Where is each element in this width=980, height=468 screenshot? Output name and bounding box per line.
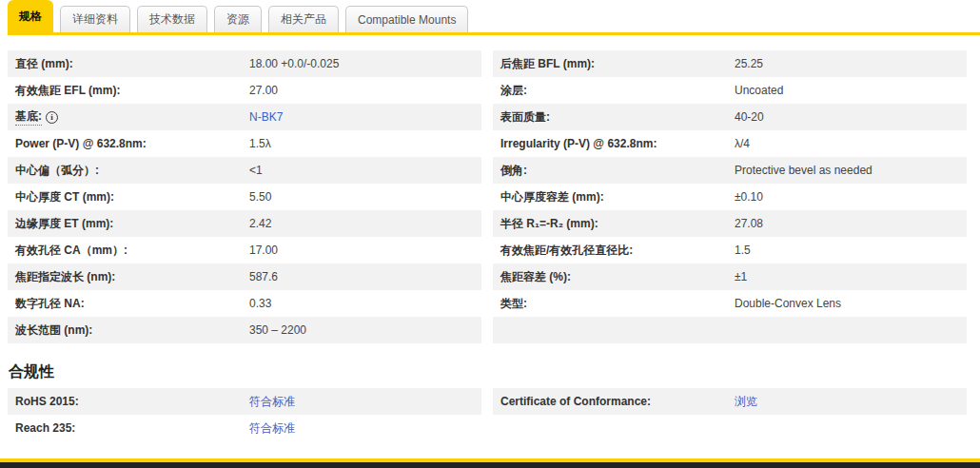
spec-value: <1 (249, 164, 481, 177)
spec-label: 边缘厚度 ET (mm): (8, 216, 249, 232)
compliance-left-column: RoHS 2015:符合标准Reach 235:符合标准 (8, 388, 481, 441)
spec-value: 符合标准 (249, 394, 481, 410)
tab-item-3[interactable]: 资源 (214, 6, 262, 32)
compliance-section-title: 合规性 (9, 362, 980, 382)
page-footer-edge (0, 458, 980, 468)
spec-value: 2.42 (249, 217, 481, 230)
footer-dark-bar (0, 462, 980, 468)
tab-item-1[interactable]: 详细资料 (60, 6, 130, 32)
spec-value: 1.5 (735, 244, 967, 257)
spec-label: RoHS 2015: (8, 395, 249, 408)
tab-specifications[interactable]: 规格 (8, 0, 53, 32)
tab-item-2[interactable]: 技术数据 (137, 6, 207, 32)
spec-value: 27.08 (735, 217, 967, 230)
spec-value: 0.33 (249, 297, 481, 310)
spec-label: 表面质量: (493, 109, 735, 126)
spec-row: 类型:Double-Convex Lens (493, 290, 967, 317)
spec-value: 40-20 (735, 110, 967, 124)
spec-row: 有效孔径 CA（mm）:17.00 (8, 237, 481, 263)
spec-label: 半径 R₁=-R₂ (mm): (493, 216, 735, 232)
spec-value: 17.00 (249, 244, 481, 257)
spec-label: 焦距指定波长 (nm): (8, 269, 249, 285)
spec-value: ±1 (735, 270, 967, 283)
spec-table: 直径 (mm):18.00 +0.0/-0.025有效焦距 EFL (mm):2… (8, 50, 967, 343)
spec-row: Power (P-V) @ 632.8nm:1.5λ (8, 130, 481, 157)
spec-row: 边缘厚度 ET (mm):2.42 (8, 210, 481, 237)
spec-row: RoHS 2015:符合标准 (8, 388, 481, 415)
spec-row: Certificate of Conformance:浏览 (493, 388, 967, 415)
spec-row: 中心厚度容差 (mm):±0.10 (493, 184, 967, 210)
spec-value-link[interactable]: N-BK7 (249, 110, 283, 124)
spec-label: 倒角: (493, 163, 735, 179)
spec-value-link[interactable]: 符合标准 (249, 421, 295, 435)
spec-label: 中心厚度 CT (mm): (8, 189, 249, 205)
spec-value-link[interactable]: 浏览 (735, 395, 757, 408)
spec-label: 中心偏（弧分）: (8, 163, 249, 179)
spec-label: 基底:i (8, 108, 249, 126)
spec-row: 后焦距 BFL (mm):25.25 (493, 50, 967, 77)
spec-value: Uncoated (735, 84, 967, 97)
spec-table-left-column: 直径 (mm):18.00 +0.0/-0.025有效焦距 EFL (mm):2… (8, 50, 481, 343)
spec-row: 焦距指定波长 (nm):587.6 (8, 263, 481, 290)
tab-item-4[interactable]: 相关产品 (268, 6, 339, 32)
spec-label: 有效焦距/有效孔径直径比: (493, 243, 735, 259)
spec-label: Irregularity (P-V) @ 632.8nm: (493, 137, 735, 150)
spec-label: 有效孔径 CA（mm）: (8, 243, 249, 259)
spec-value: Double-Convex Lens (735, 297, 967, 310)
spec-row: 表面质量:40-20 (493, 104, 967, 130)
spec-value: ±0.10 (735, 190, 967, 204)
spec-row: 有效焦距/有效孔径直径比:1.5 (493, 237, 967, 263)
spec-row: 中心厚度 CT (mm):5.50 (8, 184, 481, 210)
spec-value-link[interactable]: 符合标准 (249, 395, 295, 408)
spec-row: 涂层:Uncoated (493, 77, 967, 104)
spec-row: 数字孔径 NA:0.33 (8, 290, 481, 317)
spec-value: 1.5λ (249, 137, 481, 150)
spec-value: 18.00 +0.0/-0.025 (249, 57, 481, 70)
spec-value: 符合标准 (249, 420, 481, 437)
spec-label: 焦距容差 (%): (493, 269, 735, 285)
spec-value: N-BK7 (249, 110, 481, 124)
info-icon[interactable]: i (46, 111, 58, 124)
spec-row (493, 317, 967, 343)
spec-label: Certificate of Conformance: (493, 395, 735, 408)
spec-value: 587.6 (249, 270, 481, 283)
spec-row: Reach 235:符合标准 (8, 415, 481, 441)
spec-row: 焦距容差 (%):±1 (493, 263, 967, 290)
spec-label: 直径 (mm): (8, 56, 249, 72)
spec-value: 27.00 (249, 84, 481, 97)
spec-table-right-column: 后焦距 BFL (mm):25.25涂层:Uncoated表面质量:40-20I… (493, 50, 967, 343)
spec-label: 涂层: (493, 83, 735, 99)
spec-row: 直径 (mm):18.00 +0.0/-0.025 (8, 50, 481, 77)
spec-row (493, 415, 967, 441)
spec-label: Power (P-V) @ 632.8nm: (8, 137, 249, 150)
tab-item-5[interactable]: Compatible Mounts (345, 6, 468, 32)
spec-row: Irregularity (P-V) @ 632.8nm:λ/4 (493, 130, 967, 157)
spec-value: 25.25 (735, 57, 967, 70)
spec-row: 中心偏（弧分）:<1 (8, 157, 481, 184)
spec-row: 波长范围 (nm):350 – 2200 (8, 317, 481, 343)
compliance-table: RoHS 2015:符合标准Reach 235:符合标准 Certificate… (8, 388, 967, 441)
spec-label: 中心厚度容差 (mm): (493, 189, 735, 205)
spec-row: 有效焦距 EFL (mm):27.00 (8, 77, 481, 104)
spec-label: Reach 235: (8, 421, 249, 435)
spec-value: 350 – 2200 (249, 323, 481, 337)
spec-label: 类型: (493, 296, 735, 312)
spec-label: 有效焦距 EFL (mm): (8, 83, 249, 99)
spec-value: λ/4 (735, 137, 967, 150)
spec-row: 倒角:Protective bevel as needed (493, 157, 967, 184)
spec-label: 波长范围 (nm): (8, 322, 249, 339)
tab-bar: 规格详细资料技术数据资源相关产品Compatible Mounts (8, 0, 980, 35)
spec-value: 5.50 (249, 190, 481, 204)
spec-label: 数字孔径 NA: (8, 296, 249, 312)
spec-label: 后焦距 BFL (mm): (493, 56, 735, 72)
spec-row: 半径 R₁=-R₂ (mm):27.08 (493, 210, 967, 237)
spec-row: 基底:iN-BK7 (8, 104, 481, 130)
compliance-right-column: Certificate of Conformance:浏览 (493, 388, 967, 441)
spec-value: 浏览 (735, 394, 967, 410)
spec-value: Protective bevel as needed (735, 164, 967, 177)
